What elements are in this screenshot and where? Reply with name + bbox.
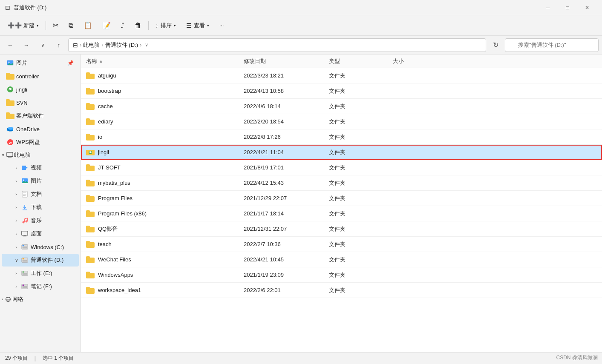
file-type-cell: 文件夹 <box>324 133 388 141</box>
file-name: io <box>98 134 102 140</box>
column-size[interactable]: 大小 <box>388 54 602 68</box>
column-name[interactable]: 名称 ▲ <box>81 54 239 68</box>
refresh-button[interactable]: ↻ <box>489 38 502 52</box>
copy-button[interactable]: ⧉ <box>64 18 78 33</box>
back-button[interactable]: ← <box>3 38 17 52</box>
file-name-cell: cache <box>81 103 239 110</box>
onedrive-icon <box>7 126 14 132</box>
sidebar-item-desktop[interactable]: › 桌面 <box>2 227 79 240</box>
jingli-folder-icon <box>86 149 95 156</box>
svg-rect-39 <box>23 273 27 275</box>
view-button[interactable]: ☰ 查看 ▾ <box>182 18 213 33</box>
file-name: Program Files (x86) <box>98 210 147 217</box>
more-icon: ··· <box>219 22 224 29</box>
table-row[interactable]: io 2022/2/8 17:26 文件夹 <box>81 129 602 145</box>
sidebar-item-network[interactable]: › 网络 <box>0 293 81 305</box>
expand-icon: › <box>14 231 19 236</box>
folder-icon <box>86 103 95 110</box>
paste-button[interactable]: 📋 <box>79 18 96 33</box>
search-wrapper: 🔍 <box>505 38 599 52</box>
minimize-button[interactable]: ─ <box>538 0 558 15</box>
svg-rect-11 <box>7 152 13 157</box>
sidebar-item-wps[interactable]: W WPS网盘 <box>2 136 79 149</box>
file-name: teach <box>98 241 112 247</box>
close-button[interactable]: ✕ <box>577 0 597 15</box>
table-row[interactable]: cache 2022/4/6 18:14 文件夹 <box>81 99 602 114</box>
sidebar-label: Windows (C:) <box>31 244 64 250</box>
sidebar-item-jingli-pinned[interactable]: jingli <box>2 83 79 96</box>
up-button[interactable]: ↑ <box>52 38 66 52</box>
breadcrumb-this-pc[interactable]: 此电脑 <box>83 41 100 49</box>
sidebar-label: OneDrive <box>16 126 40 132</box>
sort-button[interactable]: ↕ 排序 ▾ <box>151 18 180 33</box>
more-button[interactable]: ··· <box>215 18 228 33</box>
sidebar-item-windows-c[interactable]: › Windows (C:) <box>2 241 79 253</box>
file-type-cell: 文件夹 <box>324 164 388 172</box>
picture-icon <box>7 60 14 66</box>
sidebar-item-controller[interactable]: controller <box>2 70 79 83</box>
expand-icon: › <box>14 284 19 289</box>
table-row[interactable]: WindowsApps 2021/1/19 23:09 文件夹 <box>81 267 602 283</box>
cut-button[interactable]: ✂ <box>49 18 63 33</box>
table-row[interactable]: atguigu 2022/3/23 18:21 文件夹 <box>81 68 602 83</box>
file-name-cell: jingli <box>81 149 239 156</box>
table-row[interactable]: Program Files (x86) 2021/1/17 18:14 文件夹 <box>81 206 602 221</box>
table-row[interactable]: QQ影音 2021/12/31 22:07 文件夹 <box>81 221 602 237</box>
sidebar-item-pictures-pinned[interactable]: 图片 📌 <box>2 57 79 69</box>
file-name-cell: QQ影音 <box>81 225 239 233</box>
address-path[interactable]: ⊟ › 此电脑 › 普通软件 (D:) › ∨ <box>68 38 486 52</box>
table-row[interactable]: mybatis_plus 2022/4/12 15:43 文件夹 <box>81 175 602 191</box>
search-input[interactable] <box>505 38 599 52</box>
file-name: atguigu <box>98 72 116 79</box>
delete-button[interactable]: 🗑 <box>130 18 146 33</box>
file-date-cell: 2022/4/21 11:04 <box>239 149 324 155</box>
picture-icon <box>21 178 28 184</box>
svg-rect-30 <box>23 235 26 236</box>
maximize-button[interactable]: □ <box>558 0 577 15</box>
breadcrumb-sep2: › <box>101 42 103 48</box>
table-row[interactable]: ediary 2022/2/20 18:54 文件夹 <box>81 114 602 129</box>
column-date[interactable]: 修改日期 <box>239 54 324 68</box>
table-row[interactable]: bootstrap 2022/4/13 10:58 文件夹 <box>81 83 602 99</box>
svg-rect-42 <box>23 286 27 288</box>
sidebar-item-work-e[interactable]: › 工作 (E:) <box>2 267 79 280</box>
sidebar-item-svn[interactable]: SVN <box>2 96 79 109</box>
sidebar-item-downloads[interactable]: › 下载 <box>2 201 79 214</box>
table-row[interactable]: WeChat Files 2022/4/21 10:45 文件夹 <box>81 252 602 267</box>
breadcrumb-drive[interactable]: 普通软件 (D:) <box>105 41 138 49</box>
sidebar-item-client-software[interactable]: 客户端软件 <box>2 109 79 122</box>
new-button[interactable]: ➕ ➕ 新建 ▾ <box>3 18 43 33</box>
svg-point-4 <box>9 89 11 90</box>
expand-icon: › <box>14 218 19 223</box>
file-type-cell: 文件夹 <box>324 210 388 218</box>
watermark: CSDN @清风微澜 <box>556 354 598 361</box>
sidebar-item-normal-d[interactable]: ∨ 普通软件 (D:) <box>2 254 79 267</box>
file-date-cell: 2021/1/17 18:14 <box>239 210 324 217</box>
sidebar-item-notes-f[interactable]: › 笔记 (F:) <box>2 280 79 293</box>
status-separator: | <box>35 355 36 361</box>
folder-icon <box>86 226 95 232</box>
column-type[interactable]: 类型 <box>324 54 388 68</box>
breadcrumb-dropdown[interactable]: ∨ <box>145 42 148 48</box>
svg-rect-13 <box>8 157 12 158</box>
expand-button[interactable]: ∨ <box>36 38 49 52</box>
sidebar-item-music[interactable]: › 音乐 <box>2 214 79 227</box>
rename-button[interactable]: 📝 <box>98 18 115 33</box>
sidebar-item-video[interactable]: › 视频 <box>2 161 79 174</box>
sidebar-item-pictures[interactable]: › 图片 <box>2 175 79 187</box>
sidebar-item-documents[interactable]: › 文档 <box>2 188 79 201</box>
share-button[interactable]: ⤴ <box>117 18 129 33</box>
table-row[interactable]: jingli 2022/4/21 11:04 文件夹 <box>81 145 602 160</box>
table-row[interactable]: workspace_idea1 2022/2/6 22:01 文件夹 <box>81 283 602 298</box>
sort-arrow: ▲ <box>99 59 103 63</box>
jingli-icon <box>7 86 14 93</box>
table-row[interactable]: teach 2022/2/7 10:36 文件夹 <box>81 237 602 252</box>
sidebar-item-this-pc[interactable]: ∨ 此电脑 <box>0 149 81 161</box>
sidebar-item-onedrive[interactable]: OneDrive <box>2 123 79 135</box>
table-row[interactable]: Program Files 2021/12/29 22:07 文件夹 <box>81 191 602 206</box>
col-date-label: 修改日期 <box>244 57 266 65</box>
file-date-cell: 2021/8/19 17:01 <box>239 164 324 171</box>
forward-button[interactable]: → <box>20 38 33 52</box>
file-name: JT-SOFT <box>98 164 121 171</box>
table-row[interactable]: JT-SOFT 2021/8/19 17:01 文件夹 <box>81 160 602 175</box>
